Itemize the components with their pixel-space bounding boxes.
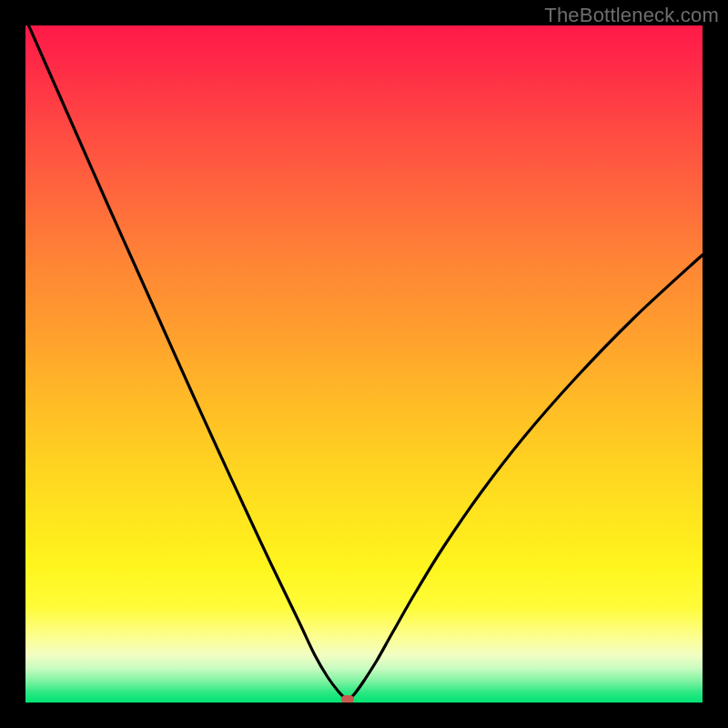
minimum-dot — [341, 695, 354, 703]
watermark-text: TheBottleneck.com — [544, 4, 719, 27]
curve-path — [25, 25, 703, 702]
bottleneck-curve — [25, 25, 703, 703]
chart-frame: TheBottleneck.com — [0, 0, 728, 728]
plot-area — [25, 25, 703, 703]
